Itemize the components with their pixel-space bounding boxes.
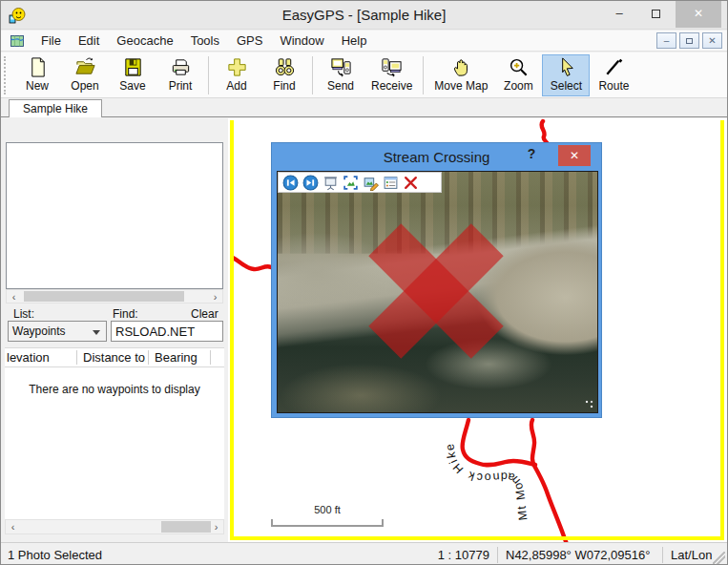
menu-window[interactable]: Window — [271, 31, 332, 52]
send-icon — [330, 56, 352, 78]
menu-edit[interactable]: Edit — [70, 31, 108, 52]
trail-label: Mt Monadnock Hike — [443, 442, 530, 521]
list-type-dropdown[interactable]: Waypoints — [8, 321, 107, 342]
move-map-icon — [450, 56, 472, 78]
trail-main — [531, 420, 567, 542]
new-icon — [27, 56, 49, 78]
receive-icon — [381, 56, 403, 78]
open-button[interactable]: Open — [61, 54, 109, 96]
column-distance[interactable]: Distance to... — [83, 350, 146, 365]
mdi-close-button[interactable]: ✕ — [702, 32, 722, 49]
tab-sample-hike[interactable]: Sample Hike — [9, 99, 102, 117]
menu-gps[interactable]: GPS — [228, 31, 271, 52]
close-button[interactable]: ✕ — [676, 1, 721, 28]
previous-photo-icon[interactable] — [282, 175, 299, 191]
open-icon — [74, 56, 96, 78]
waypoint-table-body: There are no waypoints to display — [5, 367, 224, 519]
status-selection: 1 Photo Selected — [1, 548, 413, 562]
easygps-window: EasyGPS - [Sample Hike] – ✕ File Edit Ge… — [0, 0, 728, 565]
toolbar-gripper[interactable] — [4, 56, 8, 94]
print-button[interactable]: Print — [156, 54, 204, 96]
status-map-scale: 1 : 10779 — [413, 548, 497, 562]
column-divider[interactable] — [210, 350, 211, 365]
view-full-size-icon[interactable] — [343, 175, 359, 191]
save-icon — [122, 56, 144, 78]
photo-close-button[interactable]: ✕ — [558, 145, 591, 166]
toolbar-separator — [208, 56, 209, 94]
menu-bar: File Edit Geocache Tools GPS Window Help… — [1, 31, 727, 52]
select-button[interactable]: Select — [542, 54, 590, 96]
window-resize-grip[interactable] — [713, 552, 725, 564]
photo-toolbar — [278, 172, 442, 193]
waypoint-panel: ‹ › List: Find: Clear Waypoints levation… — [1, 118, 228, 542]
properties-icon[interactable] — [383, 175, 399, 191]
column-divider[interactable] — [76, 350, 77, 365]
trail-label-text: Mt Monadnock Hike — [443, 442, 530, 521]
route-button[interactable]: Route — [590, 54, 637, 96]
photo-list[interactable] — [6, 142, 223, 289]
main-toolbar: New Open Save Print — [1, 52, 727, 98]
help-button[interactable]: ? — [523, 146, 540, 167]
photo-resize-grip[interactable] — [584, 399, 596, 411]
mdi-controls: – ✕ — [656, 32, 722, 49]
column-elevation[interactable]: levation — [7, 350, 73, 365]
menu-file[interactable]: File — [32, 31, 70, 52]
column-divider[interactable] — [148, 350, 149, 365]
tab-strip: Sample Hike — [1, 98, 727, 117]
minimize-button[interactable]: – — [603, 1, 635, 28]
title-bar: EasyGPS - [Sample Hike] – ✕ — [1, 1, 727, 30]
delete-photo-icon[interactable] — [403, 175, 419, 191]
mdi-restore-icon — [686, 38, 693, 44]
column-bearing[interactable]: Bearing — [155, 350, 207, 365]
toolbar-separator — [312, 56, 313, 94]
scale-label: 500 ft — [271, 504, 384, 515]
new-button[interactable]: New — [13, 54, 61, 96]
waypoint-table-header: levation Distance to... Bearing — [5, 347, 224, 367]
scroll-left-icon[interactable]: ‹ — [6, 520, 20, 534]
move-map-button[interactable]: Move Map — [427, 54, 494, 96]
photo-stream-crossing[interactable] — [277, 171, 598, 413]
print-icon — [170, 56, 192, 78]
menu-help[interactable]: Help — [333, 31, 376, 52]
add-icon — [226, 56, 248, 78]
map-border-right — [720, 120, 724, 540]
list-type-value: Waypoints — [12, 324, 66, 338]
zoom-button[interactable]: Zoom — [494, 54, 542, 96]
scroll-right-icon[interactable]: › — [209, 520, 223, 534]
mdi-minimize-button[interactable]: – — [656, 32, 676, 49]
clear-link[interactable]: Clear — [191, 307, 218, 321]
menu-tools[interactable]: Tools — [182, 31, 228, 52]
content: ‹ › List: Find: Clear Waypoints levation… — [1, 118, 727, 542]
scrollbar-thumb[interactable] — [24, 291, 184, 302]
waypoint-table-hscrollbar[interactable]: ‹ › — [5, 519, 224, 534]
maximize-button[interactable] — [639, 1, 672, 28]
empty-message: There are no waypoints to display — [5, 383, 224, 396]
find-input[interactable] — [111, 321, 223, 342]
list-label: List: — [13, 307, 34, 321]
add-button[interactable]: Add — [213, 54, 260, 96]
map-border-bottom — [230, 536, 724, 540]
map-canvas[interactable]: Mt Monadnock Hike 500 ft Stream Crossing… — [228, 118, 728, 542]
find-button[interactable]: Find — [260, 54, 308, 96]
edit-photo-icon[interactable] — [363, 175, 379, 191]
status-coordinate-format: Lat/Lon D — [663, 548, 713, 562]
toolbar-separator — [423, 56, 424, 94]
trail-branch — [463, 420, 535, 465]
trail-west — [233, 258, 271, 269]
photo-list-hscrollbar[interactable]: ‹ › — [6, 289, 223, 303]
mdi-restore-button[interactable] — [679, 32, 699, 49]
scrollbar-thumb[interactable] — [161, 521, 211, 533]
scale-bar — [271, 519, 384, 527]
next-photo-icon[interactable] — [302, 175, 319, 191]
scroll-right-icon[interactable]: › — [208, 290, 222, 303]
find-label: Find: — [113, 307, 138, 321]
send-button[interactable]: Send — [317, 54, 364, 96]
zoom-icon — [508, 56, 530, 78]
photo-viewer-window[interactable]: Stream Crossing ? ✕ — [271, 142, 602, 418]
receive-button[interactable]: Receive — [364, 54, 419, 96]
slideshow-icon[interactable] — [322, 175, 339, 191]
menu-geocache[interactable]: Geocache — [108, 31, 181, 52]
scroll-left-icon[interactable]: ‹ — [7, 290, 21, 303]
document-map-icon — [10, 33, 25, 49]
save-button[interactable]: Save — [109, 54, 156, 96]
